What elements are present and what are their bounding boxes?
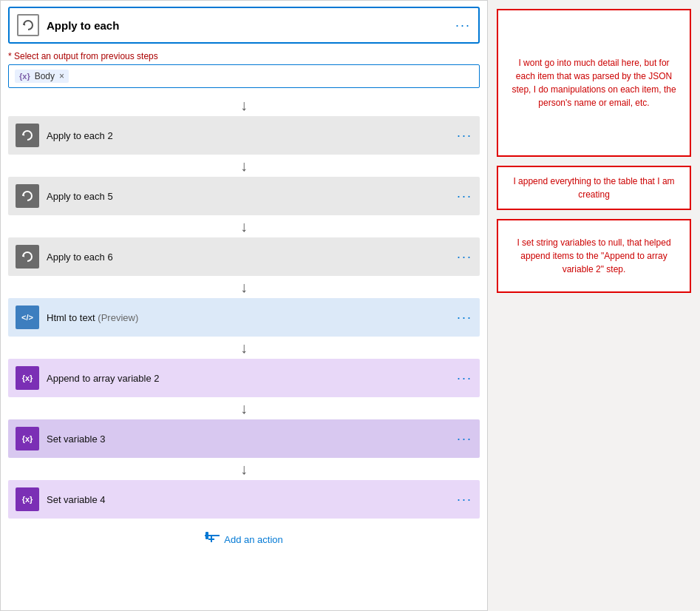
- flow-canvas: Apply to each ··· * Select an output fro…: [0, 0, 488, 611]
- annotation-box-3: I set string variables to null, that hel…: [497, 219, 691, 293]
- add-action-label: Add an action: [224, 534, 283, 545]
- action-more-0[interactable]: ···: [457, 128, 472, 144]
- action-set-variable-3[interactable]: {x} Set variable 3 ···: [8, 419, 480, 458]
- connector-3: ↓: [1, 276, 487, 298]
- action-title-2: Apply to each 6: [47, 252, 457, 263]
- action-icon-3: </>: [16, 306, 39, 329]
- action-icon-1: [16, 184, 39, 208]
- action-append-array-2[interactable]: {x} Append to array variable 2 ···: [8, 359, 480, 397]
- add-action-icon: [205, 532, 220, 547]
- connector-4: ↓: [1, 337, 487, 359]
- action-icon-0: [16, 124, 39, 147]
- action-title-0: Apply to each 2: [47, 130, 457, 141]
- action-more-6[interactable]: ···: [457, 492, 472, 507]
- annotation-box-1: I wont go into much detail here, but for…: [497, 9, 691, 157]
- connector-5: ↓: [1, 397, 487, 419]
- action-title-5: Set variable 3: [47, 433, 457, 445]
- header-more-options[interactable]: ···: [455, 18, 471, 33]
- apply-to-each-header[interactable]: Apply to each ···: [8, 7, 480, 44]
- select-output-label: * Select an output from previous steps: [8, 51, 480, 61]
- action-html-to-text[interactable]: </> Html to text (Preview) ···: [8, 298, 480, 337]
- action-title-4: Append to array variable 2: [47, 373, 457, 384]
- body-tag[interactable]: {x} Body ×: [15, 70, 69, 83]
- action-title-3: Html to text (Preview): [47, 312, 457, 323]
- header-title: Apply to each: [47, 19, 455, 32]
- action-icon-4: {x}: [16, 366, 39, 390]
- connector-1: ↓: [1, 155, 487, 177]
- add-action-container: Add an action: [1, 519, 487, 554]
- tag-text: Body: [35, 71, 55, 81]
- add-action-button[interactable]: Add an action: [205, 532, 283, 547]
- action-more-2[interactable]: ···: [457, 249, 472, 265]
- action-more-4[interactable]: ···: [457, 371, 472, 386]
- action-title-1: Apply to each 5: [47, 191, 457, 202]
- action-apply-to-each-2[interactable]: Apply to each 2 ···: [8, 116, 480, 155]
- connector-6: ↓: [1, 458, 487, 480]
- action-icon-5: {x}: [16, 427, 39, 450]
- connector-0: ↓: [1, 94, 487, 116]
- loop-icon: [17, 14, 39, 36]
- svg-rect-5: [205, 532, 208, 539]
- action-icon-6: {x}: [16, 487, 39, 511]
- connector-2: ↓: [1, 215, 487, 237]
- action-more-1[interactable]: ···: [457, 189, 472, 204]
- action-apply-to-each-6[interactable]: Apply to each 6 ···: [8, 237, 480, 276]
- action-more-5[interactable]: ···: [457, 431, 472, 447]
- output-tag-input[interactable]: {x} Body ×: [8, 64, 480, 88]
- action-apply-to-each-5[interactable]: Apply to each 5 ···: [8, 177, 480, 215]
- tag-remove-button[interactable]: ×: [59, 71, 64, 81]
- action-icon-2: [16, 245, 39, 269]
- action-title-6: Set variable 4: [47, 494, 457, 505]
- tag-icon: {x}: [19, 72, 30, 81]
- svg-rect-7: [208, 539, 214, 540]
- annotation-panel: I wont go into much detail here, but for…: [488, 0, 700, 611]
- annotation-box-2: I append everything to the table that I …: [497, 166, 691, 210]
- action-set-variable-4[interactable]: {x} Set variable 4 ···: [8, 480, 480, 519]
- action-more-3[interactable]: ···: [457, 310, 472, 325]
